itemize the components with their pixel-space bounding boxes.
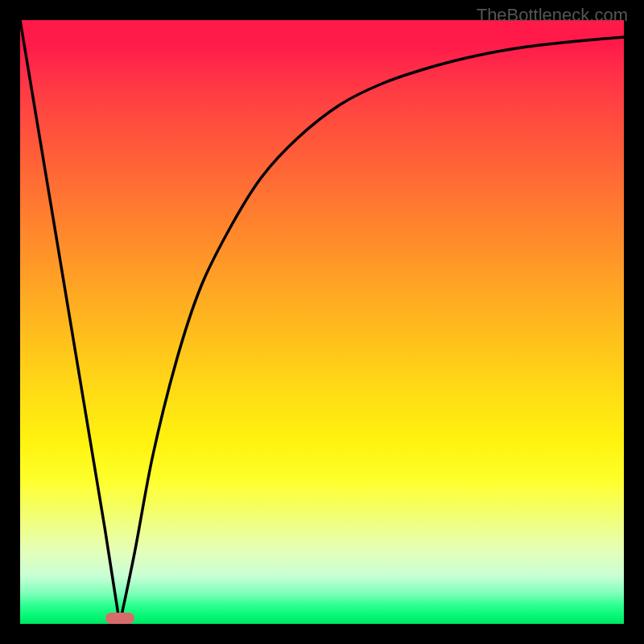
bottleneck-curve	[20, 20, 624, 624]
optimum-marker	[105, 613, 134, 624]
plot-area	[20, 20, 624, 624]
watermark-text: TheBottleneck.com	[477, 5, 628, 26]
